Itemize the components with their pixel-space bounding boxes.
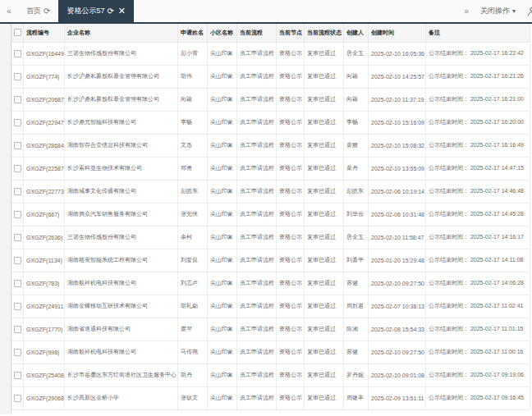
table-cell: 公示结束时间： 2025-02-17 16:21:00 [426, 88, 530, 111]
row-checkbox[interactable] [14, 188, 21, 195]
row-checkbox[interactable] [14, 142, 21, 149]
table-cell: 资格公示 [277, 88, 305, 111]
table-cell: GXGZF(774) [24, 65, 65, 88]
table-cell: 资格公示 [277, 65, 305, 88]
table-cell: 员工申请流程 [237, 386, 277, 409]
column-header: 备注 [426, 24, 530, 42]
table-cell: 公示结束时间： 2025-02-17 14:11:08 [426, 249, 530, 272]
table-cell: 长沙高新区金桥小学 [65, 386, 178, 409]
table-cell: 员工申请流程 [237, 88, 277, 111]
table-cell: GXGZF(1134) [24, 249, 65, 272]
row-checkbox[interactable] [14, 372, 21, 379]
column-header: 当前节点 [277, 24, 305, 42]
table-cell: 复审已通过 [305, 249, 344, 272]
table-cell: GXGZF(25408) [24, 363, 65, 386]
table-row[interactable]: GXGZF(783)湖南航祥机电科技有限公司刘志卢尖山印象员工申请流程资格公示复… [12, 272, 530, 295]
table-row[interactable]: GXGZF(22587)长沙索科亚生物技术有限公司邓勇尖山印象员工申请流程资格公… [12, 157, 530, 180]
table-cell: 尖山印象 [208, 42, 237, 65]
table-cell: 2025-02-10 11:37:19 [369, 88, 426, 111]
table-cell: 公示结束时间： 2025-02-17 16:16:49 [426, 134, 530, 157]
close-operations-dropdown[interactable]: 关闭操作 ▾ [480, 6, 516, 16]
table-cell: 湖南航祥机电科技有限公司 [65, 341, 178, 363]
table-cell: 公示结束时间： 2025-02-17 14:45:28 [426, 203, 530, 226]
table-cell: GXGZF(1770) [24, 318, 65, 341]
table-row[interactable]: GXGZF(25408)长沙市岳麓区东方红街道社区卫生服务中心胡丹尖山印象员工申… [12, 363, 530, 386]
refresh-icon[interactable]: ⟳ [107, 7, 113, 16]
row-checkbox[interactable] [14, 349, 21, 356]
table-cell: 2025-02-10 14:25:57 [369, 65, 426, 88]
table-row[interactable]: GXGZF(29068)长沙高新区金桥小学张钦文尖山印象员工申请流程资格公示复审… [12, 386, 530, 409]
row-checkbox[interactable] [14, 326, 21, 333]
row-checkbox[interactable] [14, 119, 21, 126]
table-cell: 2025-02-10 11:58:47 [369, 226, 426, 249]
row-checkbox[interactable] [14, 165, 21, 172]
table-cell: 复审已通过 [305, 88, 344, 111]
expand-tabs-icon[interactable]: » [464, 7, 469, 16]
table-row[interactable]: GXGZF(998)湖南航祥机电科技有限公司马传燕尖山印象员工申请流程资格公示复… [12, 341, 530, 363]
table-cell: 员工申请流程 [237, 295, 277, 318]
table-row[interactable]: GXGZF(16449)三诺生物传感股份有限公司彭小青尖山印象员工申请流程资格公… [12, 42, 530, 65]
table-row[interactable]: GXGZF(2636)三诺生物传感股份有限公司余柯尖山印象员工申请流程资格公示复… [12, 226, 530, 249]
table-cell: 员工申请流程 [237, 111, 277, 134]
row-checkbox[interactable] [14, 50, 21, 57]
table-cell: 向颖 [344, 88, 369, 111]
row-checkbox[interactable] [14, 73, 21, 80]
close-icon[interactable]: ✕ [118, 7, 126, 16]
table-cell: 2025-02-10 16:05:36 [369, 42, 426, 65]
table-cell: 复审已通过 [305, 203, 344, 226]
table-cell: 文迅 [178, 134, 208, 157]
table-cell: 复审已通过 [305, 341, 344, 363]
refresh-icon[interactable]: ⟳ [44, 7, 50, 16]
row-checkbox[interactable] [14, 303, 21, 310]
table-cell: GXGZF(667) [24, 203, 65, 226]
table-cell: 复审已通过 [305, 111, 344, 134]
table-cell: 资格公示 [277, 272, 305, 295]
table-cell: 周胜君 [344, 295, 369, 318]
table-row[interactable]: GXGZF(24911)湖南金蝶移动互联技术有限公司胡礼勐尖山印象员工申请流程资… [12, 295, 530, 318]
table-cell: 资格公示 [277, 295, 305, 318]
table-row[interactable]: GXGZF(1770)湖南省道通科技有限公司虞琴尖山印象员工申请流程资格公示复审… [12, 318, 530, 341]
table-cell: 资格公示 [277, 42, 305, 65]
table-row[interactable]: GXGZF(22773)湖南城事文化传播有限公司彭皓东尖山印象员工申请流程资格公… [12, 180, 530, 203]
table-cell: 刘志卢 [178, 272, 208, 295]
table-cell: 尖山印象 [208, 157, 237, 180]
column-header: 当前流程 [237, 24, 277, 42]
table-cell: 2025-02-10 09:27:50 [369, 272, 426, 295]
table-cell: 罗丹妮 [344, 363, 369, 386]
table-cell: 员工申请流程 [237, 180, 277, 203]
table-row[interactable]: GXGZF(20687)长沙沪鼎私募股权基金管理有限公司向颖尖山印象员工申请流程… [12, 88, 530, 111]
table-cell: 复审已通过 [305, 318, 344, 341]
table-cell: 湖南省道通科技有限公司 [65, 318, 178, 341]
row-checkbox[interactable] [14, 257, 21, 264]
column-header: 申请姓名 [178, 24, 208, 42]
table-cell: 胡礼勐 [178, 295, 208, 318]
table-cell: 公示结束时间： 2025-02-17 11:00:16 [426, 341, 530, 363]
table-cell: GXGZF(22587) [24, 157, 65, 180]
table-cell: 复审已通过 [305, 226, 344, 249]
table-cell: 向颖 [178, 88, 208, 111]
tab-qualification-publicity[interactable]: 资格公示57 ⟳ ✕ [58, 0, 134, 22]
table-cell: 资格公示 [277, 226, 305, 249]
row-checkbox[interactable] [14, 211, 21, 218]
table-cell: 资格公示 [277, 157, 305, 180]
collapse-sidebar-icon[interactable]: « [0, 0, 18, 22]
table-cell: 尖山印象 [208, 249, 237, 272]
row-checkbox[interactable] [14, 96, 21, 103]
user-menu[interactable] [527, 7, 532, 16]
table-row[interactable]: GXGZF(774)长沙沪鼎私募股权基金管理有限公司胡伟尖山印象员工申请流程资格… [12, 65, 530, 88]
tab-home[interactable]: 首页 ⟳ [18, 0, 58, 22]
select-all-checkbox[interactable] [14, 29, 21, 36]
row-checkbox[interactable] [14, 234, 21, 241]
table-row[interactable]: GXGZF(1134)湖南格安智能系统工程有限公司刘爱良尖山印象员工申请流程资格… [12, 249, 530, 272]
row-checkbox[interactable] [14, 395, 21, 402]
table-row[interactable]: GXGZF(667)湖南腾众汽车销售服务有限公司张宪侠尖山印象员工申请流程资格公… [12, 203, 530, 226]
table-cell: 黄丽 [344, 134, 369, 157]
row-checkbox[interactable] [14, 280, 21, 287]
table-cell: 2025-02-10 09:01:08 [369, 363, 426, 386]
table-row[interactable]: GXGZF(22947)长沙鼎元智能科技有限公司李畅尖山印象员工申请流程资格公示… [12, 111, 530, 134]
table-cell: 复审已通过 [305, 180, 344, 203]
table-row[interactable]: GXGZF(28684)湖南智存合壹信息科技有限公司文迅尖山印象员工申请流程资格… [12, 134, 530, 157]
table-cell: 三诺生物传感股份有限公司 [65, 42, 178, 65]
table-panel: 流程编号企业名称申请姓名小区名称当前流程当前节点当前流程状态创建人创建时间备注 … [11, 24, 532, 414]
collapsed-sidebar-strip[interactable] [0, 24, 11, 414]
